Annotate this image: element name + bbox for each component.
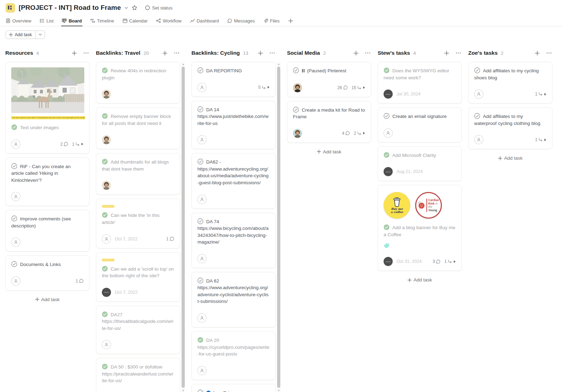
- task-card[interactable]: Review 404s in redirection plugin: [96, 62, 180, 104]
- add-card-button[interactable]: [162, 50, 168, 57]
- subtask-count[interactable]: 15: [352, 85, 365, 90]
- task-checkbox[interactable]: [384, 153, 392, 158]
- task-checkbox[interactable]: [11, 262, 20, 267]
- task-card[interactable]: Remove empty banner block for all posts …: [96, 107, 180, 149]
- scroll-up-arrow[interactable]: ▲: [277, 62, 281, 66]
- task-checkbox[interactable]: [197, 390, 206, 392]
- task-checkbox[interactable]: [102, 364, 111, 370]
- add-task-column-button[interactable]: Add task: [378, 277, 462, 283]
- task-checkbox[interactable]: [384, 114, 392, 119]
- task-card[interactable]: Can we hide the 'in this article'Oct 7, …: [96, 199, 180, 248]
- star-icon[interactable]: [132, 5, 137, 11]
- column-menu-button[interactable]: [455, 49, 462, 57]
- task-checkbox[interactable]: [293, 107, 302, 113]
- column-menu-button[interactable]: [173, 49, 180, 57]
- chevron-down-icon[interactable]: [124, 6, 128, 10]
- scrollbar-thumb[interactable]: [277, 67, 280, 388]
- task-card[interactable]: DA27https://thesabbaticalguide.com/write…: [96, 306, 180, 354]
- tab-list[interactable]: List: [40, 15, 53, 26]
- task-card[interactable]: DA 14https://www.justridethebike.com/wri…: [191, 101, 276, 150]
- subtask-count[interactable]: 1: [72, 142, 84, 147]
- task-card[interactable]: DA 62https://www.adventurecycling.org/ad…: [191, 272, 276, 327]
- task-checkbox[interactable]: [197, 278, 206, 284]
- tab-workflow[interactable]: Workflow: [156, 15, 181, 26]
- task-card[interactable]: Add affiliates to my waterproof cycling …: [468, 107, 553, 149]
- task-card[interactable]: Create a media kit for Road to Frame42: [287, 101, 371, 143]
- task-card[interactable]: DA REPORTING5: [191, 62, 276, 97]
- task-checkbox[interactable]: [197, 68, 206, 73]
- task-checkbox[interactable]: [384, 68, 392, 73]
- subtask-count[interactable]: 5: [258, 85, 270, 90]
- add-task-dropdown[interactable]: [36, 31, 45, 39]
- column-menu-button[interactable]: [545, 49, 553, 57]
- add-task-column-button[interactable]: Add task: [287, 149, 371, 154]
- task-checkbox[interactable]: [102, 114, 111, 119]
- task-card[interactable]: Add thumbnails for all blogs that dont h…: [96, 153, 180, 195]
- task-checkbox[interactable]: [197, 338, 206, 343]
- column-scrollbar[interactable]: ▲▼: [277, 62, 281, 392]
- task-card[interactable]: Improve comments (see description): [5, 210, 90, 252]
- task-card[interactable]: Can we add a 'scroll to top' on the bott…: [96, 252, 180, 302]
- task-card[interactable]: Documents & Links1: [5, 255, 90, 291]
- task-card[interactable]: DA 20https://cycorldpro.com/pages/write-…: [191, 331, 276, 380]
- subtask-count[interactable]: 2: [354, 131, 365, 136]
- tab-overview[interactable]: Overview: [6, 15, 31, 26]
- tab-timeline[interactable]: Timeline: [90, 15, 114, 26]
- scrollbar-thumb[interactable]: [182, 67, 185, 388]
- task-card[interactable]: RtF - Can you create an article called '…: [5, 158, 90, 206]
- subtask-count[interactable]: 1: [535, 137, 547, 142]
- task-checkbox[interactable]: [11, 164, 20, 169]
- subtask-count[interactable]: 1: [535, 92, 547, 97]
- add-task-column-button[interactable]: Add task: [468, 155, 553, 161]
- add-card-button[interactable]: [534, 50, 541, 57]
- tab-messages[interactable]: Messages: [227, 15, 255, 26]
- column-menu-button[interactable]: [83, 49, 90, 57]
- add-card-button[interactable]: [71, 50, 78, 57]
- task-card[interactable]: Low Prio: [191, 384, 276, 392]
- task-card[interactable]: Add affiliates to my cycling shoes blog1: [468, 62, 553, 104]
- task-checkbox[interactable]: [384, 225, 392, 230]
- scroll-down-arrow[interactable]: ▼: [277, 388, 281, 392]
- subtask-count[interactable]: 1: [444, 259, 456, 264]
- task-card[interactable]: Buy mea coffee CardiacRisk in theYoung A…: [378, 185, 462, 271]
- task-card[interactable]: Does the WYSIWYG editor need some work?s…: [378, 62, 462, 104]
- task-card[interactable]: Create an email signature: [378, 107, 462, 142]
- column-menu-button[interactable]: [364, 49, 371, 57]
- task-checkbox[interactable]: [102, 213, 111, 218]
- task-checkbox[interactable]: [11, 125, 20, 130]
- task-checkbox[interactable]: [197, 219, 206, 224]
- set-status-button[interactable]: Set status: [145, 5, 172, 11]
- column-menu-button[interactable]: [269, 49, 276, 57]
- task-card[interactable]: DA62 -https://www.adventurecycling.org/a…: [191, 153, 276, 208]
- add-card-button[interactable]: [443, 50, 450, 57]
- column-scrollbar[interactable]: ▲▼: [181, 62, 185, 392]
- task-checkbox[interactable]: [474, 68, 483, 73]
- task-card[interactable]: Add Microsoft ClaritystewartAug 21, 2024: [378, 146, 462, 181]
- scroll-down-arrow[interactable]: ▼: [181, 388, 185, 392]
- column-title: Zoe's tasks: [468, 50, 498, 56]
- tab-files[interactable]: Files: [263, 15, 279, 26]
- task-checkbox[interactable]: [102, 68, 111, 73]
- task-card[interactable]: DA 74https://www.bicycling.com/about/a34…: [191, 213, 276, 268]
- add-card-button[interactable]: [257, 50, 264, 57]
- task-checkbox[interactable]: [197, 107, 206, 112]
- task-checkbox[interactable]: [102, 312, 111, 317]
- scroll-up-arrow[interactable]: ▲: [181, 62, 185, 66]
- add-task-column-button[interactable]: Add task: [5, 297, 90, 302]
- task-card[interactable]: DA 50 : $300 or dofollowhttps://practica…: [96, 358, 180, 392]
- task-checkbox[interactable]: [11, 216, 20, 221]
- task-card[interactable]: You can expect to see deer in Kinlochlev…: [5, 62, 90, 154]
- add-task-button[interactable]: Add task: [6, 31, 45, 39]
- task-checkbox[interactable]: [102, 159, 111, 165]
- task-checkbox[interactable]: [474, 114, 483, 119]
- add-card-button[interactable]: [353, 50, 359, 57]
- tab-board[interactable]: Board: [62, 15, 82, 26]
- task-card[interactable]: (Paused) Pinterest2615: [287, 62, 371, 97]
- tab-calendar[interactable]: Calendar: [123, 15, 148, 26]
- task-checkbox[interactable]: [102, 266, 111, 272]
- task-checkbox[interactable]: [197, 159, 206, 165]
- tab-dashboard[interactable]: Dashboard: [190, 15, 219, 26]
- task-checkbox[interactable]: [293, 68, 302, 73]
- project-tabs: OverviewListBoardTimelineCalendarWorkflo…: [0, 15, 562, 26]
- add-tab-button[interactable]: [288, 15, 293, 26]
